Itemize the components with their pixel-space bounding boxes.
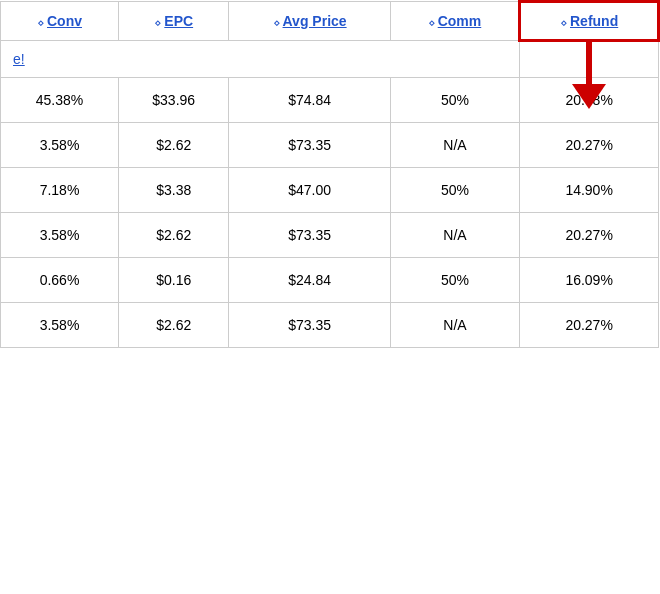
- conv-sort-link[interactable]: Conv: [47, 13, 82, 29]
- sort-icon-refund: ⬦: [560, 15, 567, 29]
- cell-row5-col0: 3.58%: [1, 303, 119, 348]
- comm-sort-link[interactable]: Comm: [438, 13, 482, 29]
- table-row: 3.58%$2.62$73.35N/A20.27%: [1, 213, 659, 258]
- table-header-row: ⬦Conv ⬦EPC ⬦Avg Price ⬦Comm ⬦Refund: [1, 2, 659, 41]
- cell-row4-col1: $0.16: [119, 258, 229, 303]
- table-body: e! 45.38%$33.96$74.8450%20.68%3.58%$2.62…: [1, 41, 659, 348]
- avg-price-sort-link[interactable]: Avg Price: [283, 13, 347, 29]
- cell-row5-col4: 20.27%: [520, 303, 659, 348]
- cell-row2-col2: $47.00: [229, 168, 390, 213]
- table-row: 3.58%$2.62$73.35N/A20.27%: [1, 303, 659, 348]
- header-comm[interactable]: ⬦Comm: [390, 2, 520, 41]
- cell-row0-col2: $74.84: [229, 78, 390, 123]
- cell-row1-col1: $2.62: [119, 123, 229, 168]
- cell-row5-col3: N/A: [390, 303, 520, 348]
- banner-refund-cell: [520, 41, 659, 78]
- banner-text-cell: e!: [1, 41, 520, 78]
- cell-row3-col1: $2.62: [119, 213, 229, 258]
- refund-sort-link[interactable]: Refund: [570, 13, 618, 29]
- cell-row0-col1: $33.96: [119, 78, 229, 123]
- table-row: 0.66%$0.16$24.8450%16.09%: [1, 258, 659, 303]
- header-refund[interactable]: ⬦Refund: [520, 2, 659, 41]
- banner-row: e!: [1, 41, 659, 78]
- cell-row5-col2: $73.35: [229, 303, 390, 348]
- sort-icon-comm: ⬦: [428, 15, 435, 29]
- cell-row0-col4: 20.68%: [520, 78, 659, 123]
- table-row: 45.38%$33.96$74.8450%20.68%: [1, 78, 659, 123]
- banner-link[interactable]: e!: [13, 51, 25, 67]
- cell-row1-col0: 3.58%: [1, 123, 119, 168]
- cell-row2-col1: $3.38: [119, 168, 229, 213]
- data-table: ⬦Conv ⬦EPC ⬦Avg Price ⬦Comm ⬦Refund: [0, 0, 660, 348]
- header-epc[interactable]: ⬦EPC: [119, 2, 229, 41]
- cell-row4-col0: 0.66%: [1, 258, 119, 303]
- sort-icon-epc: ⬦: [154, 15, 161, 29]
- header-avg-price[interactable]: ⬦Avg Price: [229, 2, 390, 41]
- cell-row1-col4: 20.27%: [520, 123, 659, 168]
- cell-row3-col0: 3.58%: [1, 213, 119, 258]
- cell-row4-col4: 16.09%: [520, 258, 659, 303]
- cell-row0-col3: 50%: [390, 78, 520, 123]
- cell-row2-col3: 50%: [390, 168, 520, 213]
- table-row: 7.18%$3.38$47.0050%14.90%: [1, 168, 659, 213]
- epc-sort-link[interactable]: EPC: [164, 13, 193, 29]
- sort-icon-conv: ⬦: [37, 15, 44, 29]
- cell-row1-col3: N/A: [390, 123, 520, 168]
- table-row: 3.58%$2.62$73.35N/A20.27%: [1, 123, 659, 168]
- main-table-container: ⬦Conv ⬦EPC ⬦Avg Price ⬦Comm ⬦Refund: [0, 0, 660, 348]
- cell-row1-col2: $73.35: [229, 123, 390, 168]
- cell-row4-col3: 50%: [390, 258, 520, 303]
- cell-row2-col4: 14.90%: [520, 168, 659, 213]
- cell-row2-col0: 7.18%: [1, 168, 119, 213]
- header-conv[interactable]: ⬦Conv: [1, 2, 119, 41]
- cell-row5-col1: $2.62: [119, 303, 229, 348]
- cell-row3-col2: $73.35: [229, 213, 390, 258]
- cell-row3-col3: N/A: [390, 213, 520, 258]
- cell-row3-col4: 20.27%: [520, 213, 659, 258]
- sort-icon-avg-price: ⬦: [273, 15, 280, 29]
- cell-row0-col0: 45.38%: [1, 78, 119, 123]
- cell-row4-col2: $24.84: [229, 258, 390, 303]
